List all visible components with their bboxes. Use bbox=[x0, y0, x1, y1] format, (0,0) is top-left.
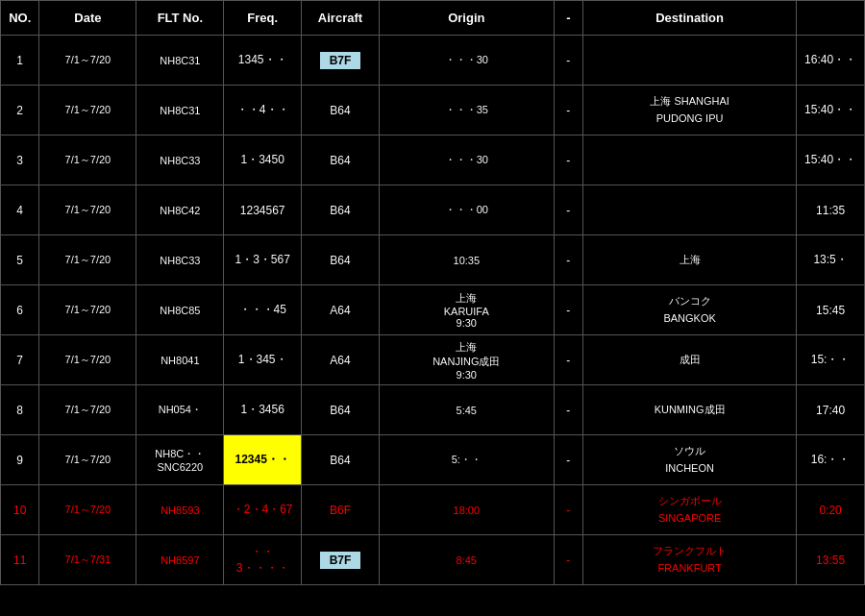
cell-time: 0:20 bbox=[797, 485, 865, 535]
cell-date: 7/1～7/20 bbox=[39, 485, 136, 535]
header-aircraft: Aircraft bbox=[302, 1, 380, 36]
header-dash: - bbox=[554, 1, 582, 36]
cell-flt: NH8597 bbox=[136, 535, 224, 585]
cell-origin: ・・・35 bbox=[379, 86, 554, 136]
cell-origin: 上海KARUIFA9:30 bbox=[379, 285, 554, 335]
cell-dash: - bbox=[554, 535, 582, 585]
cell-freq: 1345・・ bbox=[224, 36, 302, 86]
cell-no: 11 bbox=[1, 535, 39, 585]
cell-freq: 1・3456 bbox=[224, 385, 302, 435]
cell-date: 7/1～7/20 bbox=[39, 335, 136, 385]
cell-time: 13:5・ bbox=[797, 235, 865, 285]
cell-date: 7/1～7/20 bbox=[39, 235, 136, 285]
header-origin: Origin bbox=[379, 1, 554, 36]
cell-no: 8 bbox=[1, 385, 39, 435]
cell-freq: ・・4・・ bbox=[224, 86, 302, 136]
cell-time: 15:40・・ bbox=[797, 136, 865, 185]
cell-dest: ソウルINCHEON bbox=[583, 435, 797, 485]
header-flt: FLT No. bbox=[136, 1, 224, 36]
cell-aircraft: B64 bbox=[302, 235, 380, 285]
cell-flt: NH8593 bbox=[136, 485, 224, 535]
cell-dest: フランクフルトFRANKFURT bbox=[583, 535, 797, 585]
cell-origin: ・・・30 bbox=[379, 136, 554, 185]
cell-time: 17:40 bbox=[797, 385, 865, 435]
cell-no: 7 bbox=[1, 335, 39, 385]
cell-dash: - bbox=[554, 235, 582, 285]
cell-dest: シンガポールSINGAPORE bbox=[583, 485, 797, 535]
cell-flt: NH8C31 bbox=[136, 86, 224, 136]
cell-dash: - bbox=[554, 36, 582, 86]
cell-date: 7/1～7/20 bbox=[39, 385, 136, 435]
cell-dest bbox=[583, 136, 797, 185]
cell-flt: NH8C33 bbox=[136, 136, 224, 185]
cell-dash: - bbox=[554, 185, 582, 235]
cell-dest: 上海 SHANGHAIPUDONG IPU bbox=[583, 86, 797, 136]
cell-aircraft: B64 bbox=[302, 86, 380, 136]
cell-no: 1 bbox=[1, 36, 39, 86]
cell-no: 9 bbox=[1, 435, 39, 485]
cell-aircraft: B7F bbox=[302, 535, 380, 585]
cell-time: 16:40・・ bbox=[797, 36, 865, 86]
cell-dest bbox=[583, 185, 797, 235]
cell-origin: 上海NANJING成田9:30 bbox=[379, 335, 554, 385]
cell-origin: 10:35 bbox=[379, 235, 554, 285]
cell-date: 7/1～7/20 bbox=[39, 136, 136, 185]
header-date: Date bbox=[39, 1, 136, 36]
cell-freq: 1・3・567 bbox=[224, 235, 302, 285]
cell-freq: 1・345・ bbox=[224, 335, 302, 385]
cell-flt: NH8C33 bbox=[136, 235, 224, 285]
cell-flt: NH8C42 bbox=[136, 185, 224, 235]
cell-no: 5 bbox=[1, 235, 39, 285]
cell-date: 7/1～7/20 bbox=[39, 285, 136, 335]
cell-aircraft: B64 bbox=[302, 136, 380, 185]
cell-time: 13:55 bbox=[797, 535, 865, 585]
cell-dest: 上海 bbox=[583, 235, 797, 285]
cell-flt: NH8C31 bbox=[136, 36, 224, 86]
cell-aircraft: B64 bbox=[302, 185, 380, 235]
cell-date: 7/1～7/31 bbox=[39, 535, 136, 585]
cell-time: 16:・・ bbox=[797, 435, 865, 485]
cell-origin: ・・・00 bbox=[379, 185, 554, 235]
cell-no: 2 bbox=[1, 86, 39, 136]
cell-aircraft: B64 bbox=[302, 435, 380, 485]
cell-date: 7/1～7/20 bbox=[39, 185, 136, 235]
cell-no: 4 bbox=[1, 185, 39, 235]
cell-freq: 1234567 bbox=[224, 185, 302, 235]
cell-dash: - bbox=[554, 136, 582, 185]
cell-dash: - bbox=[554, 335, 582, 385]
cell-aircraft: A64 bbox=[302, 335, 380, 385]
cell-dest: KUNMING成田 bbox=[583, 385, 797, 435]
cell-freq: 1・3450 bbox=[224, 136, 302, 185]
cell-origin: ・・・30 bbox=[379, 36, 554, 86]
cell-dash: - bbox=[554, 485, 582, 535]
cell-dash: - bbox=[554, 435, 582, 485]
cell-time: 11:35 bbox=[797, 185, 865, 235]
cell-origin: 18:00 bbox=[379, 485, 554, 535]
cell-aircraft: B64 bbox=[302, 385, 380, 435]
cell-freq: ・・3・・・・ bbox=[224, 535, 302, 585]
cell-dash: - bbox=[554, 86, 582, 136]
cell-date: 7/1～7/20 bbox=[39, 435, 136, 485]
cell-flt: NH054・ bbox=[136, 385, 224, 435]
cell-dest bbox=[583, 36, 797, 86]
header-time bbox=[797, 1, 865, 36]
cell-freq: ・2・4・67 bbox=[224, 485, 302, 535]
cell-date: 7/1～7/20 bbox=[39, 36, 136, 86]
header-freq: Freq. bbox=[224, 1, 302, 36]
header-no: NO. bbox=[1, 1, 39, 36]
cell-freq: ・・・45 bbox=[224, 285, 302, 335]
cell-time: 15:40・・ bbox=[797, 86, 865, 136]
cell-freq: 12345・・ bbox=[224, 435, 302, 485]
cell-flt: NH8C・・SNC6220 bbox=[136, 435, 224, 485]
cell-no: 6 bbox=[1, 285, 39, 335]
cell-time: 15:・・ bbox=[797, 335, 865, 385]
cell-flt: NH8C85 bbox=[136, 285, 224, 335]
cell-aircraft: B6F bbox=[302, 485, 380, 535]
cell-origin: 5:・・ bbox=[379, 435, 554, 485]
header-dest: Destination bbox=[583, 1, 797, 36]
cell-origin: 5:45 bbox=[379, 385, 554, 435]
cell-time: 15:45 bbox=[797, 285, 865, 335]
cell-origin: 8:45 bbox=[379, 535, 554, 585]
cell-dest: 成田 bbox=[583, 335, 797, 385]
cell-aircraft: A64 bbox=[302, 285, 380, 335]
